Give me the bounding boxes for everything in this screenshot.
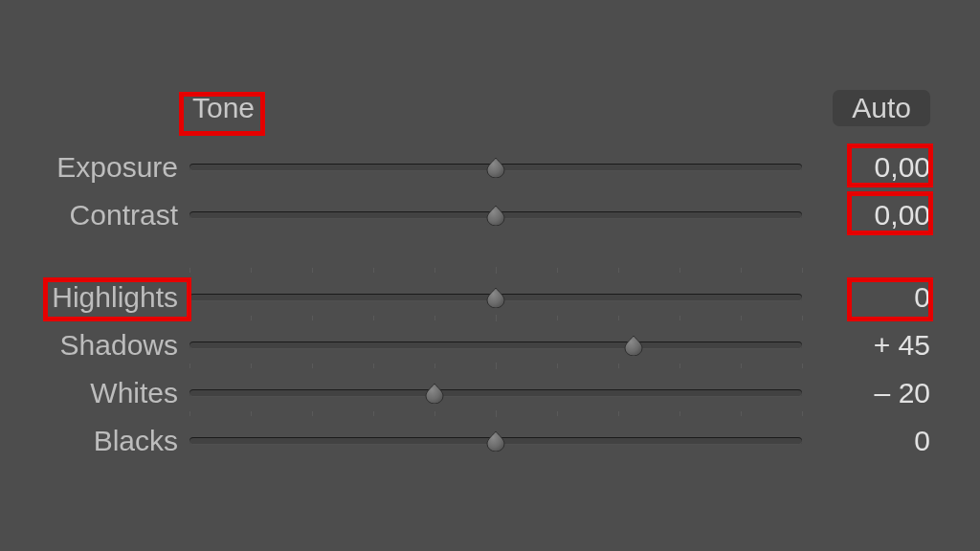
- auto-button[interactable]: Auto: [833, 90, 930, 126]
- whites-slider[interactable]: [189, 369, 802, 417]
- section-header: Tone Auto: [0, 90, 980, 126]
- shadows-thumb-icon[interactable]: [623, 335, 644, 356]
- contrast-thumb-icon[interactable]: [485, 205, 506, 226]
- shadows-row: Shadows + 45: [0, 321, 980, 369]
- whites-track[interactable]: [189, 389, 802, 397]
- section-title: Tone: [187, 92, 260, 124]
- tone-panel: Tone Auto Exposure 0,00Contrast 0,00High…: [0, 0, 980, 551]
- highlights-label: Highlights: [0, 281, 184, 314]
- blacks-thumb-icon[interactable]: [485, 430, 506, 452]
- exposure-label: Exposure: [0, 151, 184, 184]
- blacks-value[interactable]: 0: [825, 425, 930, 457]
- highlights-row: Highlights 0: [0, 274, 980, 321]
- contrast-row: Contrast 0,00: [0, 191, 980, 239]
- shadows-slider[interactable]: [189, 321, 802, 369]
- highlights-thumb-icon[interactable]: [485, 287, 506, 308]
- blacks-slider[interactable]: [189, 417, 802, 465]
- contrast-slider[interactable]: [189, 191, 802, 239]
- highlights-value[interactable]: 0: [825, 281, 930, 314]
- whites-label: Whites: [0, 377, 184, 409]
- highlights-ticks: [189, 268, 802, 272]
- whites-row: Whites – 20: [0, 369, 980, 417]
- exposure-value[interactable]: 0,00: [825, 151, 930, 184]
- shadows-track[interactable]: [189, 342, 802, 349]
- shadows-value[interactable]: + 45: [825, 329, 930, 362]
- whites-thumb-icon[interactable]: [424, 383, 445, 404]
- exposure-thumb-icon[interactable]: [485, 157, 506, 178]
- exposure-slider[interactable]: [189, 143, 802, 191]
- exposure-row: Exposure 0,00: [0, 143, 980, 191]
- shadows-label: Shadows: [0, 329, 184, 362]
- contrast-label: Contrast: [0, 199, 184, 231]
- blacks-row: Blacks 0: [0, 417, 980, 465]
- whites-value[interactable]: – 20: [825, 377, 930, 409]
- blacks-label: Blacks: [0, 425, 184, 457]
- highlights-slider[interactable]: [189, 274, 802, 321]
- contrast-value[interactable]: 0,00: [825, 199, 930, 231]
